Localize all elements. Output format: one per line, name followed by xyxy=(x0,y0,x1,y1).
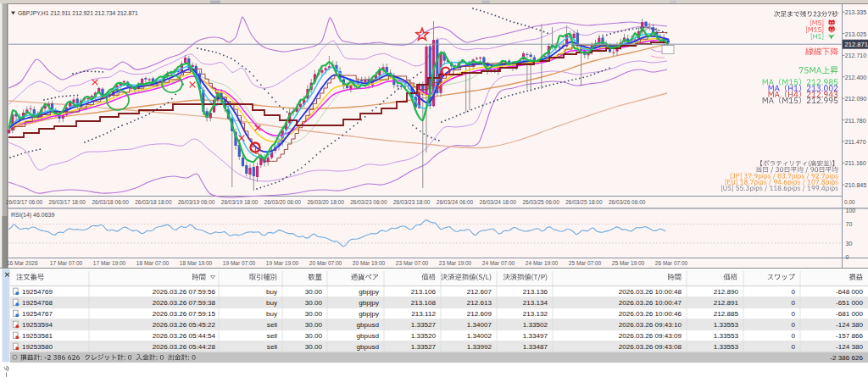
svg-text:17 Mar 07:00: 17 Mar 07:00 xyxy=(50,260,83,266)
svg-text:buy: buy xyxy=(266,299,278,307)
svg-text:1.33497: 1.33497 xyxy=(523,332,548,340)
svg-text:1.33527: 1.33527 xyxy=(411,343,437,351)
svg-text:212.607: 212.607 xyxy=(467,288,492,296)
svg-text:16 Mar 2026: 16 Mar 2026 xyxy=(7,260,38,266)
svg-text:-157 866: -157 866 xyxy=(836,332,863,340)
svg-text:gbpjpy: gbpjpy xyxy=(359,310,380,318)
svg-text:gbpusd: gbpusd xyxy=(356,343,379,351)
svg-text:212.710: 212.710 xyxy=(845,53,866,58)
svg-text:213.108: 213.108 xyxy=(411,299,437,307)
svg-text:0: 0 xyxy=(791,288,795,296)
svg-text:30.00: 30.00 xyxy=(305,321,323,329)
svg-text:-2 386 626: -2 386 626 xyxy=(830,354,863,362)
svg-text:26/03/25 06:00: 26/03/25 06:00 xyxy=(522,199,559,205)
svg-text:26/03/24 18:00: 26/03/24 18:00 xyxy=(480,199,517,205)
svg-text:212.871: 212.871 xyxy=(845,41,868,48)
svg-text:0: 0 xyxy=(846,254,849,260)
svg-text:212.090: 212.090 xyxy=(845,96,866,102)
svg-text:19253594: 19253594 xyxy=(22,321,53,329)
svg-text:0: 0 xyxy=(791,332,795,340)
svg-text:2026.03.26 10:00:47: 2026.03.26 10:00:47 xyxy=(619,299,682,307)
svg-text:0.00: 0.00 xyxy=(844,199,855,205)
svg-text:GBPJPY,H1 212.911 212.921 212: GBPJPY,H1 212.911 212.921 212.734 212.87… xyxy=(18,10,138,16)
svg-text:26/03/19 18:00: 26/03/19 18:00 xyxy=(221,199,259,205)
svg-text:19254769: 19254769 xyxy=(22,288,53,296)
svg-text:24 Mar 19:00: 24 Mar 19:00 xyxy=(526,260,559,266)
svg-text:30: 30 xyxy=(846,241,853,247)
svg-text:26/03/20 06:00: 26/03/20 06:00 xyxy=(264,199,302,205)
svg-text:1.33553: 1.33553 xyxy=(714,321,739,329)
svg-text:212.891: 212.891 xyxy=(714,299,739,307)
svg-text:-124 380: -124 380 xyxy=(836,343,863,351)
svg-text:buy: buy xyxy=(266,310,278,318)
svg-text:25 Mar 19:00: 25 Mar 19:00 xyxy=(612,260,645,266)
svg-text:-124 380: -124 380 xyxy=(836,321,863,329)
svg-text:2026.03.26 07:59:15: 2026.03.26 07:59:15 xyxy=(153,310,216,318)
svg-text:0: 0 xyxy=(791,299,795,307)
svg-text:26/03/17 18:00: 26/03/17 18:00 xyxy=(49,199,86,205)
svg-text:30.00: 30.00 xyxy=(305,288,323,296)
svg-text:211.160: 211.160 xyxy=(845,160,866,166)
svg-text:26/03/23 06:00: 26/03/23 06:00 xyxy=(350,199,387,205)
svg-text:26/03/19 06:00: 26/03/19 06:00 xyxy=(178,199,215,205)
svg-text:1.33527: 1.33527 xyxy=(411,321,437,329)
svg-text:1.33520: 1.33520 xyxy=(411,332,437,340)
svg-text:25 Mar 07:00: 25 Mar 07:00 xyxy=(569,260,602,266)
svg-text:211.780: 211.780 xyxy=(845,118,866,124)
svg-text:19254767: 19254767 xyxy=(22,310,53,318)
svg-text:213.025: 213.025 xyxy=(845,31,866,37)
svg-text:0: 0 xyxy=(791,321,795,329)
svg-text:1.33553: 1.33553 xyxy=(714,343,739,351)
svg-text:26/03/20 18:00: 26/03/20 18:00 xyxy=(307,199,344,205)
svg-text:26/03/23 18:00: 26/03/23 18:00 xyxy=(393,199,431,205)
svg-text:2026.03.26 05:44:28: 2026.03.26 05:44:28 xyxy=(153,343,216,351)
svg-text:1.33487: 1.33487 xyxy=(523,343,548,351)
svg-text:23 Mar 19:00: 23 Mar 19:00 xyxy=(439,260,472,266)
svg-text:1.33502: 1.33502 xyxy=(523,321,548,329)
svg-text:sell: sell xyxy=(267,343,277,351)
svg-text:2026.03.26 10:00:48: 2026.03.26 10:00:48 xyxy=(619,288,682,296)
svg-text:212.885: 212.885 xyxy=(714,310,739,318)
svg-text:100: 100 xyxy=(846,208,856,213)
svg-text:26/03/24 06:00: 26/03/24 06:00 xyxy=(437,199,474,205)
svg-text:19 Mar 07:00: 19 Mar 07:00 xyxy=(223,260,256,266)
svg-text:17 Mar 19:00: 17 Mar 19:00 xyxy=(93,260,126,266)
svg-text:2026.03.26 07:59:56: 2026.03.26 07:59:56 xyxy=(153,288,216,296)
svg-text:26/03/26 06:00: 26/03/26 06:00 xyxy=(609,199,646,205)
svg-text:213.134: 213.134 xyxy=(523,299,548,307)
svg-text:213.132: 213.132 xyxy=(523,310,548,318)
svg-text:gbpjpy: gbpjpy xyxy=(359,288,380,296)
svg-text:212.890: 212.890 xyxy=(714,288,739,296)
svg-text:2026.03.26 09:43:10: 2026.03.26 09:43:10 xyxy=(619,321,682,329)
svg-text:70: 70 xyxy=(846,221,853,227)
svg-text:0: 0 xyxy=(791,310,795,318)
svg-text:-681 000: -681 000 xyxy=(836,310,863,318)
svg-text:buy: buy xyxy=(266,288,278,296)
svg-text:1.33553: 1.33553 xyxy=(714,332,739,340)
svg-text:23 Mar 07:00: 23 Mar 07:00 xyxy=(396,260,429,266)
svg-text:2026.03.26 07:59:38: 2026.03.26 07:59:38 xyxy=(153,299,216,307)
svg-text:2026.03.26 09:43:09: 2026.03.26 09:43:09 xyxy=(619,332,682,340)
svg-text:26/03/18 18:00: 26/03/18 18:00 xyxy=(135,199,172,205)
svg-text:30.00: 30.00 xyxy=(305,310,323,318)
svg-text:210.845: 210.845 xyxy=(845,182,866,188)
svg-text:19 Mar 19:00: 19 Mar 19:00 xyxy=(266,260,299,266)
svg-text:19254768: 19254768 xyxy=(22,299,53,307)
svg-text:1.34007: 1.34007 xyxy=(467,321,492,329)
svg-text:sell: sell xyxy=(267,321,277,329)
svg-text:2026.03.26 05:44:54: 2026.03.26 05:44:54 xyxy=(153,332,216,340)
svg-text:-651 000: -651 000 xyxy=(836,299,863,307)
svg-text:26/03/25 18:00: 26/03/25 18:00 xyxy=(565,199,603,205)
svg-text:213.136: 213.136 xyxy=(523,288,548,296)
svg-text:RSI(14) 46.0639: RSI(14) 46.0639 xyxy=(11,212,54,219)
svg-text:2026.03.26 05:45:22: 2026.03.26 05:45:22 xyxy=(153,321,216,329)
svg-text:213.335: 213.335 xyxy=(845,9,866,15)
svg-text:213.106: 213.106 xyxy=(411,288,437,296)
svg-text:20 Mar 07:00: 20 Mar 07:00 xyxy=(309,260,342,266)
svg-text:212.400: 212.400 xyxy=(845,75,866,80)
svg-text:1.34002: 1.34002 xyxy=(467,332,492,340)
svg-text:30.00: 30.00 xyxy=(305,299,323,307)
svg-text:19253580: 19253580 xyxy=(22,343,53,351)
svg-text:212.609: 212.609 xyxy=(467,310,492,318)
svg-text:gbpjpy: gbpjpy xyxy=(359,299,380,307)
